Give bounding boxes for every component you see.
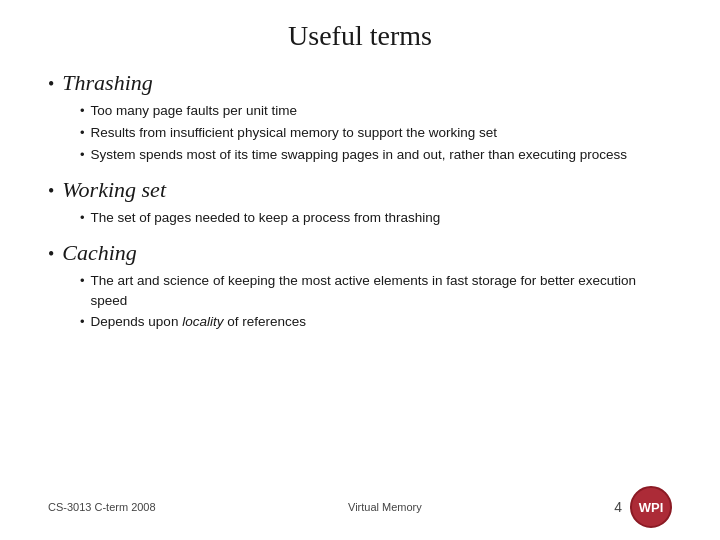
footer-course: CS-3013 C-term 2008	[48, 501, 156, 513]
sub-item-text: The set of pages needed to keep a proces…	[91, 208, 672, 228]
sub-bullet-icon: •	[80, 272, 85, 291]
sub-bullet-icon: •	[80, 146, 85, 165]
list-item: • System spends most of its time swappin…	[80, 145, 672, 165]
sub-item-text: The art and science of keeping the most …	[91, 271, 672, 310]
thrashing-sub-list: • Too many page faults per unit time • R…	[80, 101, 672, 165]
section-caching-title: Caching	[62, 240, 137, 266]
sub-bullet-icon: •	[80, 124, 85, 143]
bullet-thrashing: •	[48, 72, 54, 97]
content-area: • Thrashing • Too many page faults per u…	[48, 70, 672, 520]
footer-page-number: 4	[614, 499, 622, 515]
list-item: • Results from insufficient physical mem…	[80, 123, 672, 143]
sub-bullet-icon: •	[80, 209, 85, 228]
section-thrashing: • Thrashing • Too many page faults per u…	[48, 70, 672, 167]
sub-item-text: System spends most of its time swapping …	[91, 145, 672, 165]
list-item: • The set of pages needed to keep a proc…	[80, 208, 672, 228]
section-thrashing-header: • Thrashing	[48, 70, 672, 97]
footer-right: 4 WPI	[614, 486, 672, 528]
slide: Useful terms • Thrashing • Too many page…	[0, 0, 720, 540]
working-set-sub-list: • The set of pages needed to keep a proc…	[80, 208, 672, 228]
list-item: • The art and science of keeping the mos…	[80, 271, 672, 310]
section-thrashing-title: Thrashing	[62, 70, 152, 96]
sub-item-text: Too many page faults per unit time	[91, 101, 672, 121]
section-working-set-header: • Working set	[48, 177, 672, 204]
wpi-logo: WPI	[630, 486, 672, 528]
footer-topic: Virtual Memory	[348, 501, 422, 513]
footer: CS-3013 C-term 2008 Virtual Memory 4 WPI	[0, 486, 720, 528]
sub-bullet-icon: •	[80, 102, 85, 121]
list-item: • Too many page faults per unit time	[80, 101, 672, 121]
bullet-working-set: •	[48, 179, 54, 204]
section-working-set: • Working set • The set of pages needed …	[48, 177, 672, 230]
locality-italic: locality	[182, 314, 223, 329]
section-working-set-title: Working set	[62, 177, 166, 203]
bullet-caching: •	[48, 242, 54, 267]
slide-title: Useful terms	[48, 20, 672, 52]
list-item: • Depends upon locality of references	[80, 312, 672, 332]
wpi-logo-text: WPI	[639, 500, 664, 515]
sub-bullet-icon: •	[80, 313, 85, 332]
section-caching-header: • Caching	[48, 240, 672, 267]
section-caching: • Caching • The art and science of keepi…	[48, 240, 672, 334]
sub-item-text: Depends upon locality of references	[91, 312, 672, 332]
sub-item-text: Results from insufficient physical memor…	[91, 123, 672, 143]
caching-sub-list: • The art and science of keeping the mos…	[80, 271, 672, 332]
